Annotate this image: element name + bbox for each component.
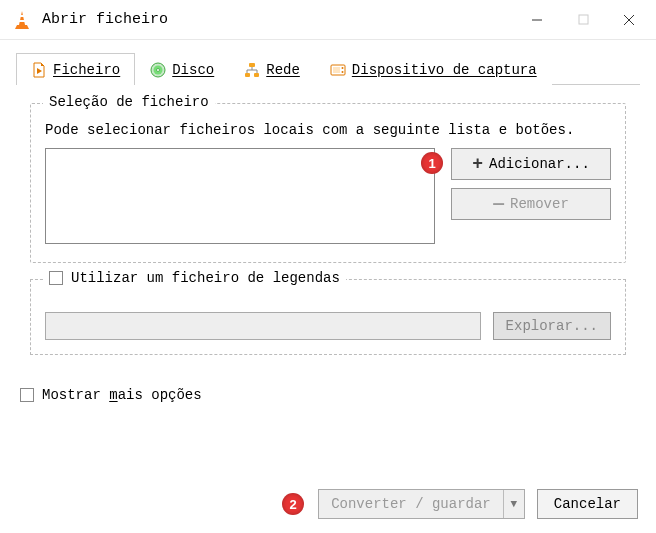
file-selection-title: Seleção de ficheiro [43, 94, 215, 110]
subtitle-checkbox[interactable] [49, 271, 63, 285]
svg-rect-1 [20, 15, 25, 17]
convert-save-button[interactable]: Converter / guardar ▼ [318, 489, 525, 519]
vlc-cone-icon [12, 10, 32, 30]
svg-point-23 [341, 71, 343, 73]
file-list[interactable] [45, 148, 435, 244]
tab-network[interactable]: Rede [229, 53, 315, 85]
file-selection-instruction: Pode selecionar ficheiros locais com a s… [45, 122, 611, 138]
svg-rect-21 [333, 67, 340, 73]
minus-icon: — [493, 195, 504, 213]
callout-2: 2 [282, 493, 304, 515]
tab-disc[interactable]: Disco [135, 53, 229, 85]
file-panel: Seleção de ficheiro Pode selecionar fich… [16, 85, 640, 355]
more-options-label: Mostrar mais opções [42, 387, 202, 403]
svg-rect-13 [249, 63, 255, 67]
cancel-button[interactable]: Cancelar [537, 489, 638, 519]
close-button[interactable] [606, 0, 652, 40]
network-icon [244, 62, 260, 78]
tab-capture-label: Dispositivo de captura [352, 62, 537, 78]
svg-point-22 [341, 67, 343, 69]
callout-1: 1 [421, 152, 443, 174]
minimize-button[interactable] [514, 0, 560, 40]
svg-rect-5 [579, 15, 588, 24]
footer: 2 Converter / guardar ▼ Cancelar [282, 489, 638, 519]
svg-rect-15 [254, 73, 259, 77]
svg-marker-8 [41, 63, 44, 66]
subtitle-path-input[interactable] [45, 312, 481, 340]
svg-rect-14 [245, 73, 250, 77]
window-title: Abrir ficheiro [42, 11, 514, 28]
tab-capture[interactable]: Dispositivo de captura [315, 53, 552, 85]
browse-button[interactable]: Explorar... [493, 312, 611, 340]
tab-disc-label: Disco [172, 62, 214, 78]
tab-network-label: Rede [266, 62, 300, 78]
tab-file-label: Ficheiro [53, 62, 120, 78]
svg-point-12 [157, 69, 160, 72]
add-button[interactable]: + Adicionar... [451, 148, 611, 180]
window-controls [514, 0, 652, 40]
file-icon [31, 62, 47, 78]
content-area: Ficheiro Disco [0, 40, 656, 403]
maximize-button[interactable] [560, 0, 606, 40]
subtitle-checkbox-label: Utilizar um ficheiro de legendas [71, 270, 340, 286]
dropdown-arrow-icon[interactable]: ▼ [504, 490, 524, 518]
capture-device-icon [330, 62, 346, 78]
remove-button-label: Remover [510, 196, 569, 212]
subtitle-group: Utilizar um ficheiro de legendas Explora… [30, 279, 626, 355]
convert-save-label: Converter / guardar [319, 490, 504, 518]
tab-bar: Ficheiro Disco [16, 52, 640, 85]
remove-button[interactable]: — Remover [451, 188, 611, 220]
disc-icon [150, 62, 166, 78]
add-button-label: Adicionar... [489, 156, 590, 172]
more-options-row: Mostrar mais opções [20, 387, 636, 403]
open-file-dialog: Abrir ficheiro [0, 0, 656, 533]
svg-rect-2 [19, 20, 25, 22]
more-options-checkbox[interactable] [20, 388, 34, 402]
tab-file[interactable]: Ficheiro [16, 53, 135, 85]
plus-icon: + [472, 155, 483, 173]
file-selection-group: Seleção de ficheiro Pode selecionar fich… [30, 103, 626, 263]
svg-marker-3 [15, 25, 29, 29]
titlebar: Abrir ficheiro [0, 0, 656, 40]
svg-marker-0 [19, 11, 25, 25]
